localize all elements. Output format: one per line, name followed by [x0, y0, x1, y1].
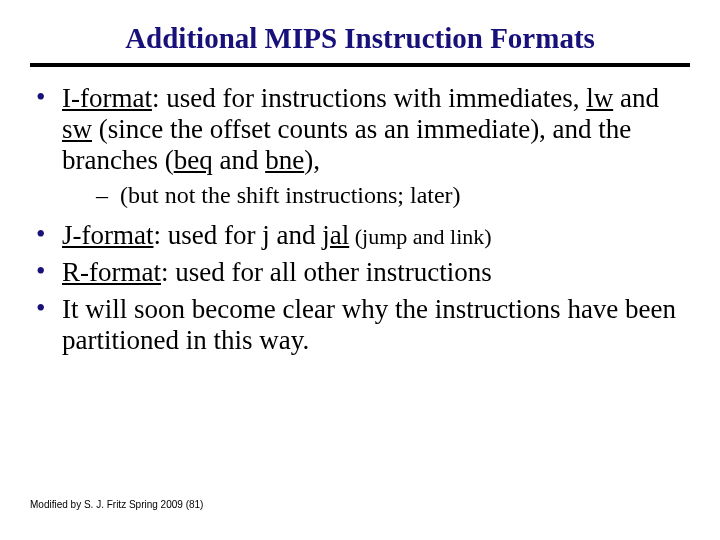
bullet-list-level2: (but not the shift instructions; later) [62, 182, 690, 210]
slide-title: Additional MIPS Instruction Formats [30, 22, 690, 55]
bullet-list-level1: I-format: used for instructions with imm… [30, 83, 690, 356]
text: : used for all other instructions [161, 257, 492, 287]
bullet-i-format: I-format: used for instructions with imm… [30, 83, 690, 210]
j-format-label: J-format [62, 220, 153, 250]
footer-text: Modified by S. J. Fritz Spring 2009 (81) [30, 499, 203, 510]
text: : used for instructions with immediates, [152, 83, 586, 113]
bne-mnemonic: bne [265, 145, 304, 175]
jump-and-link-note: (jump and link) [349, 224, 491, 249]
text: and [613, 83, 659, 113]
beq-mnemonic: beq [174, 145, 213, 175]
i-format-label: I-format [62, 83, 152, 113]
text: ( [165, 145, 174, 175]
j-mnemonic: j [262, 220, 270, 250]
bullet-partition-note: It will soon become clear why the instru… [30, 294, 690, 356]
text: and [213, 145, 265, 175]
text: : used for [153, 220, 262, 250]
sw-mnemonic: sw [62, 114, 92, 144]
slide-body: I-format: used for instructions with imm… [30, 83, 690, 356]
text: ), [304, 145, 320, 175]
jal-mnemonic: jal [322, 220, 349, 250]
text: It will soon become clear why the instru… [62, 294, 676, 355]
slide: Additional MIPS Instruction Formats I-fo… [0, 0, 720, 540]
text: (since the offset counts as an immediate… [62, 114, 631, 175]
lw-mnemonic: lw [586, 83, 613, 113]
text: and [270, 220, 322, 250]
sub-bullet-shift-note: (but not the shift instructions; later) [62, 182, 690, 210]
bullet-r-format: R-format: used for all other instruction… [30, 257, 690, 288]
title-rule [30, 63, 690, 67]
bullet-j-format: J-format: used for j and jal (jump and l… [30, 220, 690, 251]
r-format-label: R-format [62, 257, 161, 287]
